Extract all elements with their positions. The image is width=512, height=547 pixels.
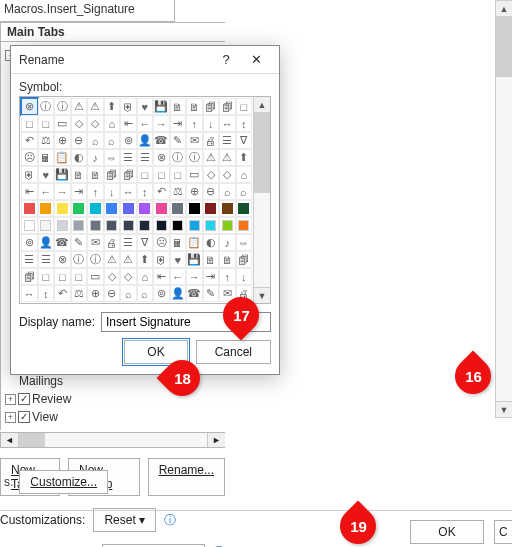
symbol-cell[interactable]: ⓘ <box>38 98 55 115</box>
checkbox-checked-icon[interactable] <box>18 393 30 405</box>
scroll-up-icon[interactable]: ▲ <box>496 1 512 17</box>
symbol-cell[interactable]: ↑ <box>186 115 203 132</box>
expand-icon[interactable]: + <box>5 412 16 423</box>
symbol-cell[interactable]: □ <box>38 115 55 132</box>
symbol-cell[interactable]: ▭ <box>87 268 104 285</box>
symbol-cell[interactable]: □ <box>137 166 154 183</box>
symbol-cell[interactable]: ▭ <box>54 115 71 132</box>
symbol-cell[interactable] <box>219 217 236 234</box>
expand-icon[interactable]: + <box>5 394 16 405</box>
symbol-cell[interactable]: ☰ <box>137 149 154 166</box>
symbol-cell[interactable]: ◇ <box>203 166 220 183</box>
symbol-cell[interactable]: ☰ <box>21 251 38 268</box>
symbol-cell[interactable] <box>170 217 187 234</box>
symbol-cell[interactable]: ♥ <box>170 251 187 268</box>
symbol-cell[interactable]: 🗎 <box>87 166 104 183</box>
symbol-cell[interactable]: 🗐 <box>203 98 220 115</box>
symbol-cell[interactable]: ⬆ <box>137 251 154 268</box>
symbol-cell[interactable] <box>153 200 170 217</box>
symbol-cell[interactable]: ✉ <box>219 285 236 302</box>
symbol-cell[interactable]: ⓘ <box>87 251 104 268</box>
symbol-cell[interactable] <box>54 217 71 234</box>
symbol-cell[interactable] <box>38 217 55 234</box>
symbol-cell[interactable]: ⊖ <box>71 132 88 149</box>
symbol-cell[interactable] <box>219 200 236 217</box>
symbol-cell[interactable]: ↶ <box>153 183 170 200</box>
dialog-close-button[interactable]: ✕ <box>241 52 271 67</box>
symbol-cell[interactable]: ♪ <box>87 149 104 166</box>
scroll-right-icon[interactable]: ► <box>207 433 225 447</box>
symbol-cell[interactable]: ⌂ <box>236 166 253 183</box>
symbol-cell[interactable]: ↶ <box>54 285 71 302</box>
symbol-cell[interactable]: ⇥ <box>203 268 220 285</box>
symbol-cell[interactable]: 🗐 <box>104 166 121 183</box>
symbol-cell[interactable]: ⚠ <box>203 149 220 166</box>
symbol-cell[interactable]: ◇ <box>71 115 88 132</box>
tree-vscrollbar[interactable]: ▲ ▼ <box>495 0 512 418</box>
symbol-cell[interactable]: ↔ <box>120 183 137 200</box>
symbol-cell[interactable]: ◇ <box>104 268 121 285</box>
symbol-cell[interactable]: ⌂ <box>137 268 154 285</box>
symbol-cell[interactable]: ♥ <box>137 98 154 115</box>
symbol-cell[interactable]: ← <box>38 183 55 200</box>
symbol-cell[interactable]: ⎃ <box>236 234 253 251</box>
dialog-help-button[interactable]: ? <box>211 52 241 67</box>
symbol-cell[interactable]: → <box>186 268 203 285</box>
dialog-ok-button[interactable]: OK <box>124 340 187 364</box>
symbol-cell[interactable]: ⚠ <box>219 149 236 166</box>
symbol-cell[interactable]: ⚖ <box>38 132 55 149</box>
scroll-left-icon[interactable]: ◄ <box>1 433 19 447</box>
symbol-cell[interactable]: ⊚ <box>21 234 38 251</box>
symbol-cell[interactable]: ☎ <box>153 132 170 149</box>
symbol-cell[interactable]: ↕ <box>137 183 154 200</box>
symbol-cell[interactable]: ↶ <box>21 132 38 149</box>
symbol-cell[interactable]: ⌕ <box>137 285 154 302</box>
symbol-cell[interactable] <box>87 200 104 217</box>
symbol-cell[interactable]: □ <box>38 268 55 285</box>
symbol-cell[interactable] <box>104 200 121 217</box>
symbol-cell[interactable]: ↕ <box>236 115 253 132</box>
ok-button[interactable]: OK <box>410 520 484 544</box>
symbol-cell[interactable]: ⚠ <box>71 98 88 115</box>
symbol-cell[interactable]: ⚠ <box>87 98 104 115</box>
symbol-cell[interactable]: ✉ <box>87 234 104 251</box>
symbol-cell[interactable] <box>186 217 203 234</box>
symbol-cell[interactable]: ⌕ <box>236 183 253 200</box>
symbol-cell[interactable]: ☹ <box>21 149 38 166</box>
symbol-cell[interactable]: ☰ <box>219 132 236 149</box>
symbol-cell[interactable]: 👤 <box>170 285 187 302</box>
symbol-cell[interactable]: 👤 <box>137 132 154 149</box>
symbol-cell[interactable]: ← <box>170 268 187 285</box>
symbol-cell[interactable]: ↓ <box>236 268 253 285</box>
symbol-cell[interactable] <box>236 217 253 234</box>
symbol-cell[interactable]: 📋 <box>186 234 203 251</box>
symbol-cell[interactable]: ✎ <box>203 285 220 302</box>
symbol-cell[interactable]: ✉ <box>186 132 203 149</box>
symbol-cell[interactable]: ∇ <box>236 132 253 149</box>
symbol-cell[interactable]: ⌕ <box>219 183 236 200</box>
symbol-cell[interactable]: □ <box>54 268 71 285</box>
symbol-cell[interactable]: ▭ <box>186 166 203 183</box>
symbol-cell[interactable]: ⊕ <box>54 132 71 149</box>
symbol-cell[interactable] <box>137 200 154 217</box>
symbol-cell[interactable]: ⓘ <box>170 149 187 166</box>
symbol-cell[interactable]: ⇤ <box>120 115 137 132</box>
symbol-cell[interactable]: ⊚ <box>120 132 137 149</box>
symbol-cell[interactable]: ⇤ <box>21 183 38 200</box>
symbol-cell[interactable]: 🗎 <box>170 98 187 115</box>
symbol-grid[interactable]: ⊗ⓘⓘ⚠⚠⬆⛨♥💾🗎🗎🗐🗐□□□▭◇◇⌂⇤←→⇥↑↓↔↕↶⚖⊕⊖⌕⌕⊚👤☎✎✉🖨… <box>19 96 271 304</box>
symbol-cell[interactable] <box>71 200 88 217</box>
symbol-cell[interactable]: ☰ <box>120 149 137 166</box>
info-icon[interactable]: ⓘ <box>164 512 176 529</box>
symbol-cell[interactable]: ◇ <box>219 166 236 183</box>
symbol-cell[interactable]: ☹ <box>153 234 170 251</box>
symbol-cell[interactable]: ⇤ <box>153 268 170 285</box>
symbol-cell[interactable] <box>54 200 71 217</box>
symbol-cell[interactable]: ☰ <box>38 251 55 268</box>
symbol-cell[interactable]: ⇥ <box>71 183 88 200</box>
symbol-cell[interactable]: 🗐 <box>21 268 38 285</box>
symbol-cell[interactable]: 🖨 <box>104 234 121 251</box>
symbol-cell[interactable]: ◐ <box>71 149 88 166</box>
symbol-cell[interactable]: ⊚ <box>153 285 170 302</box>
symbol-cell[interactable] <box>186 200 203 217</box>
